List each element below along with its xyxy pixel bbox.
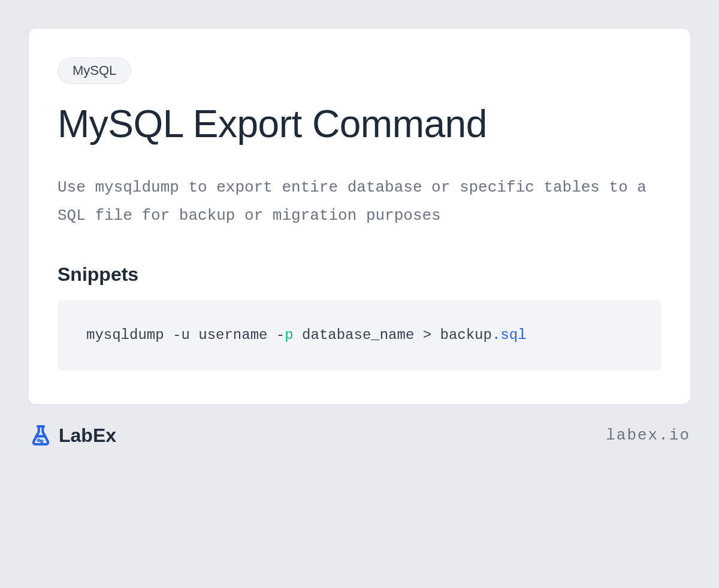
description-text: Use mysqldump to export entire database … [58,174,661,230]
footer-url: labex.io [606,426,690,444]
flask-icon [29,423,53,447]
content-card: MySQL MySQL Export Command Use mysqldump… [29,29,690,404]
footer: LabEx labex.io [0,404,719,466]
footer-brand-text: LabEx [59,425,116,447]
code-extension: .sql [492,327,527,343]
code-flag-p: p [285,327,293,343]
page-title: MySQL Export Command [58,103,661,145]
code-snippet: mysqldump -u username -p database_name >… [58,300,661,371]
svg-point-0 [38,440,40,441]
category-badge: MySQL [58,57,131,84]
badge-text: MySQL [72,63,116,78]
svg-point-1 [41,441,43,442]
snippets-heading: Snippets [58,263,661,286]
code-text-1: mysqldump -u username - [86,327,285,343]
footer-brand: LabEx [29,423,116,447]
code-text-2: database_name > backup [294,327,492,343]
